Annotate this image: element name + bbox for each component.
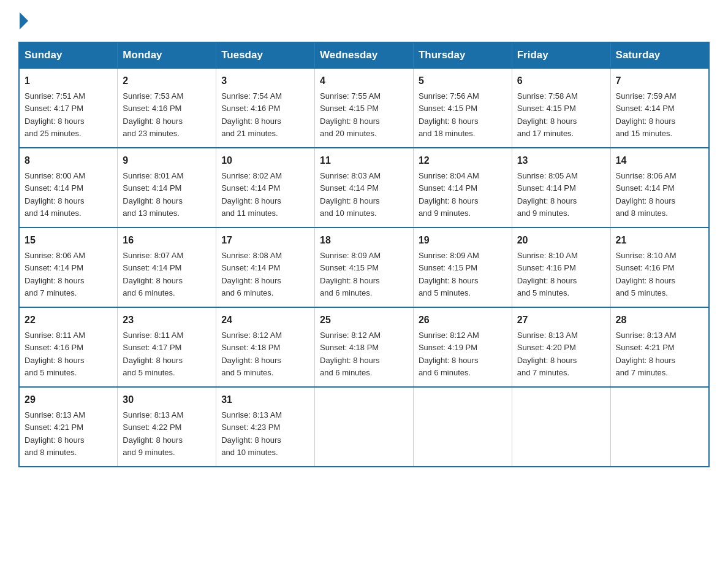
calendar-cell: 19 Sunrise: 8:09 AMSunset: 4:15 PMDaylig… bbox=[413, 228, 512, 307]
day-info: Sunrise: 8:12 AMSunset: 4:18 PMDaylight:… bbox=[221, 331, 282, 377]
calendar-cell: 14 Sunrise: 8:06 AMSunset: 4:14 PMDaylig… bbox=[610, 148, 709, 228]
day-info: Sunrise: 8:13 AMSunset: 4:22 PMDaylight:… bbox=[123, 410, 183, 457]
day-info: Sunrise: 8:03 AMSunset: 4:14 PMDaylight:… bbox=[320, 171, 381, 218]
day-info: Sunrise: 8:07 AMSunset: 4:14 PMDaylight:… bbox=[123, 251, 183, 297]
calendar-cell: 10 Sunrise: 8:02 AMSunset: 4:14 PMDaylig… bbox=[216, 148, 315, 228]
calendar-cell: 17 Sunrise: 8:08 AMSunset: 4:14 PMDaylig… bbox=[216, 228, 315, 307]
calendar-cell: 7 Sunrise: 7:59 AMSunset: 4:14 PMDayligh… bbox=[610, 68, 709, 148]
calendar-cell: 13 Sunrise: 8:05 AMSunset: 4:14 PMDaylig… bbox=[512, 148, 610, 228]
day-info: Sunrise: 8:13 AMSunset: 4:21 PMDaylight:… bbox=[616, 331, 677, 377]
day-info: Sunrise: 7:54 AMSunset: 4:16 PMDaylight:… bbox=[221, 91, 282, 138]
day-number: 30 bbox=[123, 393, 211, 407]
calendar-cell: 6 Sunrise: 7:58 AMSunset: 4:15 PMDayligh… bbox=[512, 68, 610, 148]
calendar-week-5: 29 Sunrise: 8:13 AMSunset: 4:21 PMDaylig… bbox=[19, 387, 709, 467]
calendar-cell: 9 Sunrise: 8:01 AMSunset: 4:14 PMDayligh… bbox=[118, 148, 216, 228]
day-info: Sunrise: 8:08 AMSunset: 4:14 PMDaylight:… bbox=[221, 251, 282, 297]
calendar-week-2: 8 Sunrise: 8:00 AMSunset: 4:14 PMDayligh… bbox=[19, 148, 709, 228]
calendar-cell: 1 Sunrise: 7:51 AMSunset: 4:17 PMDayligh… bbox=[19, 68, 118, 148]
day-info: Sunrise: 8:06 AMSunset: 4:14 PMDaylight:… bbox=[25, 251, 85, 297]
day-number: 14 bbox=[616, 153, 703, 168]
calendar-cell bbox=[512, 387, 610, 467]
day-header-tuesday: Tuesday bbox=[216, 42, 315, 68]
calendar-cell: 2 Sunrise: 7:53 AMSunset: 4:16 PMDayligh… bbox=[118, 68, 216, 148]
calendar-table: SundayMondayTuesdayWednesdayThursdayFrid… bbox=[18, 42, 710, 467]
calendar-week-1: 1 Sunrise: 7:51 AMSunset: 4:17 PMDayligh… bbox=[19, 68, 709, 148]
calendar-cell: 4 Sunrise: 7:55 AMSunset: 4:15 PMDayligh… bbox=[315, 68, 414, 148]
calendar-week-4: 22 Sunrise: 8:11 AMSunset: 4:16 PMDaylig… bbox=[19, 307, 709, 387]
day-number: 15 bbox=[25, 233, 112, 248]
calendar-cell: 31 Sunrise: 8:13 AMSunset: 4:23 PMDaylig… bbox=[216, 387, 315, 467]
day-info: Sunrise: 8:09 AMSunset: 4:15 PMDaylight:… bbox=[320, 251, 381, 297]
calendar-cell: 28 Sunrise: 8:13 AMSunset: 4:21 PMDaylig… bbox=[610, 307, 709, 387]
day-info: Sunrise: 8:02 AMSunset: 4:14 PMDaylight:… bbox=[221, 171, 282, 218]
calendar-cell bbox=[413, 387, 512, 467]
calendar-cell: 24 Sunrise: 8:12 AMSunset: 4:18 PMDaylig… bbox=[216, 307, 315, 387]
day-info: Sunrise: 8:13 AMSunset: 4:23 PMDaylight:… bbox=[221, 410, 282, 457]
day-number: 26 bbox=[419, 313, 507, 327]
calendar-cell: 18 Sunrise: 8:09 AMSunset: 4:15 PMDaylig… bbox=[315, 228, 414, 307]
calendar-cell: 16 Sunrise: 8:07 AMSunset: 4:14 PMDaylig… bbox=[118, 228, 216, 307]
calendar-cell: 15 Sunrise: 8:06 AMSunset: 4:14 PMDaylig… bbox=[19, 228, 118, 307]
day-number: 6 bbox=[517, 74, 605, 88]
day-number: 11 bbox=[320, 153, 408, 168]
day-number: 21 bbox=[616, 233, 703, 248]
calendar-cell: 12 Sunrise: 8:04 AMSunset: 4:14 PMDaylig… bbox=[413, 148, 512, 228]
day-number: 7 bbox=[616, 74, 703, 88]
day-info: Sunrise: 8:04 AMSunset: 4:14 PMDaylight:… bbox=[419, 171, 479, 218]
calendar-cell: 29 Sunrise: 8:13 AMSunset: 4:21 PMDaylig… bbox=[19, 387, 118, 467]
day-info: Sunrise: 7:56 AMSunset: 4:15 PMDaylight:… bbox=[419, 91, 479, 138]
calendar-cell: 23 Sunrise: 8:11 AMSunset: 4:17 PMDaylig… bbox=[118, 307, 216, 387]
calendar-cell: 27 Sunrise: 8:13 AMSunset: 4:20 PMDaylig… bbox=[512, 307, 610, 387]
calendar-cell: 5 Sunrise: 7:56 AMSunset: 4:15 PMDayligh… bbox=[413, 68, 512, 148]
day-header-sunday: Sunday bbox=[19, 42, 118, 68]
calendar-week-3: 15 Sunrise: 8:06 AMSunset: 4:14 PMDaylig… bbox=[19, 228, 709, 307]
day-number: 28 bbox=[616, 313, 703, 327]
day-number: 23 bbox=[123, 313, 211, 327]
calendar-cell: 26 Sunrise: 8:12 AMSunset: 4:19 PMDaylig… bbox=[413, 307, 512, 387]
day-info: Sunrise: 7:55 AMSunset: 4:15 PMDaylight:… bbox=[320, 91, 381, 138]
day-number: 3 bbox=[221, 74, 309, 88]
day-number: 31 bbox=[221, 393, 309, 407]
day-info: Sunrise: 8:11 AMSunset: 4:16 PMDaylight:… bbox=[25, 331, 85, 377]
day-number: 4 bbox=[320, 74, 408, 88]
day-info: Sunrise: 8:13 AMSunset: 4:21 PMDaylight:… bbox=[25, 410, 85, 457]
day-number: 9 bbox=[123, 153, 211, 168]
day-number: 24 bbox=[221, 313, 309, 327]
day-info: Sunrise: 7:51 AMSunset: 4:17 PMDaylight:… bbox=[25, 91, 85, 138]
day-number: 2 bbox=[123, 74, 211, 88]
day-header-friday: Friday bbox=[512, 42, 610, 68]
day-number: 22 bbox=[25, 313, 112, 327]
day-number: 27 bbox=[517, 313, 605, 327]
day-number: 17 bbox=[221, 233, 309, 248]
day-header-monday: Monday bbox=[118, 42, 216, 68]
calendar-cell bbox=[315, 387, 414, 467]
day-info: Sunrise: 8:01 AMSunset: 4:14 PMDaylight:… bbox=[123, 171, 183, 218]
logo-arrow-icon bbox=[20, 12, 28, 29]
day-info: Sunrise: 8:06 AMSunset: 4:14 PMDaylight:… bbox=[616, 171, 677, 218]
calendar-cell: 25 Sunrise: 8:12 AMSunset: 4:18 PMDaylig… bbox=[315, 307, 414, 387]
day-info: Sunrise: 7:53 AMSunset: 4:16 PMDaylight:… bbox=[123, 91, 183, 138]
day-number: 12 bbox=[419, 153, 507, 168]
day-info: Sunrise: 8:05 AMSunset: 4:14 PMDaylight:… bbox=[517, 171, 578, 218]
calendar-cell: 20 Sunrise: 8:10 AMSunset: 4:16 PMDaylig… bbox=[512, 228, 610, 307]
day-info: Sunrise: 8:10 AMSunset: 4:16 PMDaylight:… bbox=[517, 251, 578, 297]
day-number: 13 bbox=[517, 153, 605, 168]
day-info: Sunrise: 8:12 AMSunset: 4:18 PMDaylight:… bbox=[320, 331, 381, 377]
day-number: 8 bbox=[25, 153, 112, 168]
day-number: 20 bbox=[517, 233, 605, 248]
day-number: 29 bbox=[25, 393, 112, 407]
day-info: Sunrise: 7:58 AMSunset: 4:15 PMDaylight:… bbox=[517, 91, 578, 138]
day-info: Sunrise: 8:11 AMSunset: 4:17 PMDaylight:… bbox=[123, 331, 183, 377]
day-number: 25 bbox=[320, 313, 408, 327]
logo bbox=[18, 12, 29, 29]
calendar-cell bbox=[610, 387, 709, 467]
calendar-cell: 3 Sunrise: 7:54 AMSunset: 4:16 PMDayligh… bbox=[216, 68, 315, 148]
day-info: Sunrise: 7:59 AMSunset: 4:14 PMDaylight:… bbox=[616, 91, 677, 138]
day-header-thursday: Thursday bbox=[413, 42, 512, 68]
day-info: Sunrise: 8:10 AMSunset: 4:16 PMDaylight:… bbox=[616, 251, 677, 297]
day-number: 10 bbox=[221, 153, 309, 168]
calendar-cell: 21 Sunrise: 8:10 AMSunset: 4:16 PMDaylig… bbox=[610, 228, 709, 307]
day-number: 5 bbox=[419, 74, 507, 88]
day-info: Sunrise: 8:00 AMSunset: 4:14 PMDaylight:… bbox=[25, 171, 85, 218]
day-number: 18 bbox=[320, 233, 408, 248]
